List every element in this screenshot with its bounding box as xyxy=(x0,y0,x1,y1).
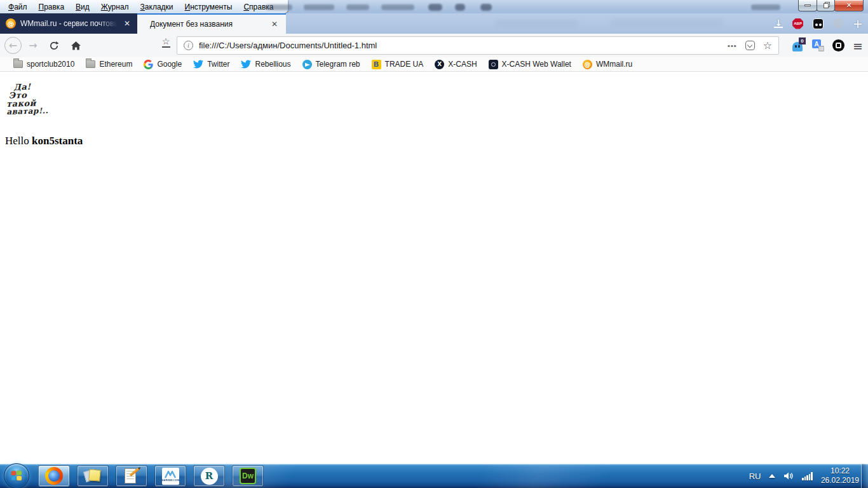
folder-icon xyxy=(86,60,95,68)
close-window-button[interactable]: ✕ xyxy=(834,0,864,11)
bookmark-rebellious[interactable]: Rebellious xyxy=(235,57,296,71)
home-button[interactable] xyxy=(67,37,84,54)
google-g-icon xyxy=(144,60,153,69)
telegram-icon xyxy=(302,60,312,69)
taskbar-firefox-button[interactable] xyxy=(38,465,70,487)
ghostery-badge: 0 xyxy=(799,37,806,44)
wmmail-favicon-icon: @ xyxy=(6,18,16,29)
menu-hamburger-icon[interactable]: ≡ xyxy=(853,39,863,53)
ghost-artifact xyxy=(496,20,578,26)
reload-button[interactable] xyxy=(46,37,62,54)
start-button[interactable] xyxy=(4,463,29,488)
minimize-button[interactable] xyxy=(798,0,817,11)
tabbar-buttons: ↓ ABP + xyxy=(774,13,863,34)
disabled-extension-icon[interactable] xyxy=(833,18,843,29)
taskbar: MARINECOIN R Dw RU 10:22 26.02.2019 xyxy=(0,464,868,488)
speaker-icon[interactable] xyxy=(783,471,794,480)
twitter-bird-icon xyxy=(193,60,203,69)
bookmark-star-icon[interactable]: ☆ xyxy=(763,41,772,50)
navigation-toolbar: ← → ☆ i file:///C:/Users/админ/Documents… xyxy=(0,34,868,57)
home-icon xyxy=(71,41,81,51)
bookmark-folder-ethereum[interactable]: Ethereum xyxy=(80,57,138,71)
ghost-artifact xyxy=(428,4,442,11)
downloads-icon[interactable]: ↓ xyxy=(774,20,783,28)
text-editor-icon xyxy=(123,468,140,485)
show-desktop-button[interactable] xyxy=(861,464,868,488)
sticky-notes-icon xyxy=(84,468,102,484)
tab-untitled-document[interactable]: Документ без названия ✕ xyxy=(137,13,286,34)
bookmark-twitter[interactable]: Twitter xyxy=(187,57,235,71)
taskbar-dreamweaver-button[interactable]: Dw xyxy=(232,465,264,487)
reload-icon xyxy=(49,41,59,51)
adblock-plus-icon[interactable]: ABP xyxy=(792,18,803,29)
extension-two-dots-icon[interactable] xyxy=(813,18,824,29)
menu-file[interactable]: Файл xyxy=(3,1,33,13)
taskbar-sticky-notes-button[interactable] xyxy=(77,465,109,487)
url-text[interactable]: file:///C:/Users/админ/Documents/Untitle… xyxy=(199,41,721,50)
bookmarks-toolbar: sportclub2010 Ethereum Google Twitter Re… xyxy=(0,57,868,72)
twitter-bird-icon xyxy=(241,60,251,69)
bookmark-xcash-web-wallet[interactable]: X-CASH Web Wallet xyxy=(483,57,577,71)
ghost-artifact xyxy=(266,4,292,10)
xcash-wallet-icon xyxy=(489,60,498,69)
clock[interactable]: 10:22 26.02.2019 xyxy=(821,466,859,485)
taskbar-rebellious-button[interactable]: R xyxy=(193,465,225,487)
bookmark-star-tray-icon[interactable]: ☆ xyxy=(158,37,173,53)
ghost-artifact xyxy=(610,18,724,26)
tab-wmmail[interactable]: @ WMmail.ru - сервис почтовых ✕ xyxy=(0,13,137,34)
tray-date: 26.02.2019 xyxy=(821,476,859,485)
back-button[interactable]: ← xyxy=(4,37,22,54)
username-text: kon5stanta xyxy=(32,135,83,147)
menu-edit[interactable]: Правка xyxy=(33,1,71,13)
close-tab-icon[interactable]: ✕ xyxy=(121,18,133,29)
bookmark-trade-ua[interactable]: B TRADE UA xyxy=(366,57,430,71)
rebellious-icon: R xyxy=(201,468,218,485)
menu-history[interactable]: Журнал xyxy=(95,1,135,13)
avatar-image: Да! Это такой аватар!.. xyxy=(6,81,53,124)
restore-button[interactable] xyxy=(817,0,835,11)
pocket-icon[interactable] xyxy=(745,41,755,50)
marinecoin-icon: MARINECOIN xyxy=(162,468,179,485)
ghost-artifact xyxy=(480,4,492,11)
new-tab-button[interactable]: + xyxy=(853,17,863,30)
xcash-icon: X xyxy=(435,60,444,69)
greeting-text: Hello kon5stanta xyxy=(5,135,83,147)
bitcoin-icon: B xyxy=(372,60,381,69)
firefox-icon xyxy=(45,467,63,485)
page-actions-icon[interactable]: ••• xyxy=(728,42,737,50)
site-info-icon[interactable]: i xyxy=(184,41,193,50)
translate-icon[interactable]: A xyxy=(812,39,824,51)
bookmark-folder-sportclub2010[interactable]: sportclub2010 xyxy=(8,57,80,71)
close-icon: ✕ xyxy=(846,1,851,10)
wmmail-favicon-icon: @ xyxy=(583,60,592,69)
window-controls: ✕ xyxy=(799,0,864,11)
ghost-artifact xyxy=(455,4,465,11)
menu-view[interactable]: Вид xyxy=(70,1,95,13)
network-signal-icon[interactable] xyxy=(802,472,813,480)
language-indicator[interactable]: RU xyxy=(749,471,761,481)
menu-tools[interactable]: Инструменты xyxy=(179,1,238,13)
tab-bar: @ WMmail.ru - сервис почтовых ✕ Документ… xyxy=(0,13,868,34)
bookmark-telegram-reb[interactable]: Telegram reb xyxy=(297,57,366,71)
ghost-artifact xyxy=(304,4,334,10)
bookmark-google[interactable]: Google xyxy=(138,57,187,71)
bookmark-xcash[interactable]: X X-CASH xyxy=(429,57,482,71)
dreamweaver-icon: Dw xyxy=(240,468,256,484)
forward-button[interactable]: → xyxy=(25,38,41,53)
extension-buttons: 0 A ≡ xyxy=(792,34,863,57)
bookmark-wmmail[interactable]: @ WMmail.ru xyxy=(577,57,638,71)
folder-icon xyxy=(13,60,23,68)
ghost-artifact xyxy=(751,4,780,10)
taskbar-apps: MARINECOIN R Dw xyxy=(38,465,264,487)
taskbar-text-editor-button[interactable] xyxy=(116,465,147,487)
windows-logo-icon xyxy=(11,471,23,482)
close-tab-icon[interactable]: ✕ xyxy=(268,18,281,30)
url-bar[interactable]: i file:///C:/Users/админ/Documents/Untit… xyxy=(177,36,779,55)
dark-extension-icon[interactable] xyxy=(832,39,844,51)
tray-time: 10:22 xyxy=(821,466,859,476)
ghostery-icon[interactable]: 0 xyxy=(792,40,804,51)
hidden-icons-chevron[interactable] xyxy=(769,474,775,478)
menu-bookmarks[interactable]: Закладки xyxy=(135,1,179,13)
window-titlebar: Файл Правка Вид Журнал Закладки Инструме… xyxy=(0,0,868,13)
taskbar-marinecoin-button[interactable]: MARINECOIN xyxy=(154,465,186,487)
